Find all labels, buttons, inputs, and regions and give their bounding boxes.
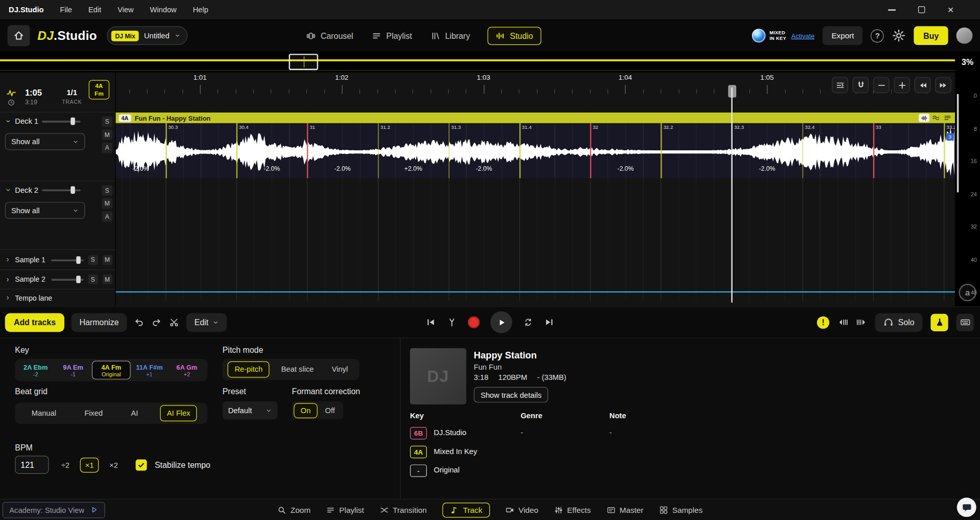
track-menu-icon[interactable] [943, 114, 952, 122]
menu-file[interactable]: File [60, 5, 72, 14]
skip-to-end-button[interactable] [544, 317, 555, 328]
record-button[interactable] [468, 316, 480, 328]
deck-volume-slider[interactable] [42, 186, 81, 194]
minimize-button[interactable] [888, 9, 896, 10]
vertical-scrollbar[interactable] [957, 94, 959, 192]
bottom-tab-master[interactable]: Master [606, 505, 643, 514]
deck-a-button[interactable]: A [102, 143, 112, 153]
bottom-tab-effects[interactable]: Effects [554, 505, 591, 514]
show-track-details-button[interactable]: Show track details [474, 387, 549, 403]
bpm-input[interactable] [15, 456, 49, 473]
formant-on-button[interactable]: On [294, 403, 317, 418]
flask-button[interactable] [930, 313, 948, 331]
cut-button[interactable] [169, 317, 179, 328]
avatar[interactable] [956, 28, 973, 44]
beatgrid-fixed[interactable]: Fixed [78, 405, 109, 420]
split-button[interactable] [447, 317, 458, 328]
waveform-view-button[interactable] [919, 114, 929, 122]
solo-button[interactable]: Solo [875, 313, 923, 332]
sample-m-button[interactable]: M [102, 275, 112, 285]
stabilize-tempo-checkbox[interactable] [135, 459, 147, 470]
bottom-tab-zoom[interactable]: Zoom [278, 505, 311, 514]
timeline-canvas[interactable]: 1:011:021:031:041:05 4A Fun Fun - Happy … [116, 73, 955, 306]
timeline-ruler[interactable]: 1:011:021:031:041:05 [116, 73, 955, 112]
export-button[interactable]: Export [823, 26, 862, 45]
skip-to-start-button[interactable] [425, 317, 436, 328]
harmonize-button[interactable]: Harmonize [72, 313, 127, 332]
marker-badge[interactable]: 3 [946, 133, 954, 141]
automation-line[interactable] [116, 291, 955, 292]
maximize-button[interactable] [918, 6, 925, 13]
undo-button[interactable] [134, 317, 145, 328]
nudge-left-button[interactable] [837, 317, 848, 328]
master-key-badge[interactable]: 4A Fm [89, 80, 109, 99]
keyboard-shortcuts-button[interactable] [956, 313, 974, 331]
bottom-tab-transition[interactable]: Transition [380, 505, 427, 514]
beatgrid-ai-flex[interactable]: AI Flex [160, 405, 197, 421]
menu-edit[interactable]: Edit [88, 5, 101, 14]
deck-header[interactable]: Deck 1 [5, 117, 81, 126]
pitch-beat-slice[interactable]: Beat slice [275, 362, 320, 377]
home-button[interactable] [8, 25, 30, 47]
key-option-2a[interactable]: 2A Ebm-2 [17, 360, 54, 379]
buy-button[interactable]: Buy [914, 26, 948, 45]
deck-volume-slider[interactable] [42, 117, 81, 126]
nudge-right-button[interactable] [856, 317, 867, 328]
deck-s-button[interactable]: S [102, 116, 112, 127]
chat-button[interactable] [957, 498, 976, 517]
academy-button[interactable]: Academy: Studio View [3, 502, 105, 518]
deck-filter-select[interactable]: Show all [5, 202, 85, 219]
zoom-out-button[interactable] [873, 77, 890, 93]
deck-s-button[interactable]: S [102, 185, 112, 196]
zoom-window[interactable] [289, 54, 318, 70]
tab-playlist[interactable]: Playlist [371, 27, 413, 44]
deck-filter-select[interactable]: Show all [5, 133, 85, 150]
sample-s-button[interactable]: S [88, 275, 98, 285]
preset-select[interactable]: Default [222, 401, 278, 419]
deck-m-button[interactable]: M [102, 129, 112, 140]
bottom-tab-playlist[interactable]: Playlist [326, 505, 364, 514]
rewind-button[interactable] [915, 77, 931, 93]
sample-s-button[interactable]: S [88, 255, 98, 265]
add-tracks-button[interactable]: Add tracks [5, 313, 64, 332]
slider-handle[interactable] [71, 186, 76, 194]
play-button[interactable] [490, 311, 512, 333]
fast-forward-button[interactable] [935, 77, 951, 93]
sample-m-button[interactable]: M [102, 255, 112, 265]
track-header-bar[interactable]: 4A Fun Fun - Happy Station [116, 112, 955, 123]
beatgrid-manual[interactable]: Manual [26, 405, 63, 420]
sample-volume-slider[interactable] [51, 255, 84, 264]
overview-waveform[interactable] [0, 51, 955, 73]
automation-button[interactable] [832, 77, 848, 93]
bpm-double-button[interactable]: ×2 [105, 458, 122, 472]
key-option-11a[interactable]: 11A F#m+1 [131, 360, 168, 379]
redo-button[interactable] [151, 317, 162, 328]
key-option-6a[interactable]: 6A Gm+2 [168, 360, 206, 379]
bottom-tab-track[interactable]: Track [442, 502, 490, 517]
activate-link[interactable]: Activate [791, 32, 815, 39]
close-button[interactable]: × [948, 5, 954, 15]
beatgrid-ai[interactable]: AI [125, 405, 144, 420]
menu-help[interactable]: Help [193, 5, 208, 14]
deck-a-button[interactable]: A [102, 211, 112, 222]
key-option-4a[interactable]: 4A FmOriginal [92, 360, 131, 379]
help-button[interactable]: ? [871, 29, 884, 42]
tab-carousel[interactable]: Carousel [305, 27, 355, 44]
pitch-vinyl[interactable]: Vinyl [326, 362, 354, 377]
tempo-lane-section[interactable]: Tempo lane [0, 289, 115, 306]
bottom-tab-samples[interactable]: Samples [659, 505, 702, 514]
menu-window[interactable]: Window [150, 5, 176, 14]
effects-toggle-icon[interactable] [932, 114, 941, 122]
key-option-9a[interactable]: 9A Em-1 [54, 360, 92, 379]
pitch-re-pitch[interactable]: Re-pitch [228, 361, 270, 378]
bottom-tab-video[interactable]: Video [506, 505, 538, 514]
slider-handle[interactable] [71, 118, 76, 125]
tab-library[interactable]: Library [429, 27, 471, 44]
menu-view[interactable]: View [118, 5, 134, 14]
tab-studio[interactable]: Studio [488, 27, 541, 44]
edit-menu-button[interactable]: Edit [186, 313, 227, 332]
gear-icon[interactable] [892, 29, 906, 42]
warning-indicator[interactable]: ! [817, 316, 829, 328]
sample-volume-slider[interactable] [51, 275, 84, 284]
slider-handle[interactable] [76, 276, 81, 283]
